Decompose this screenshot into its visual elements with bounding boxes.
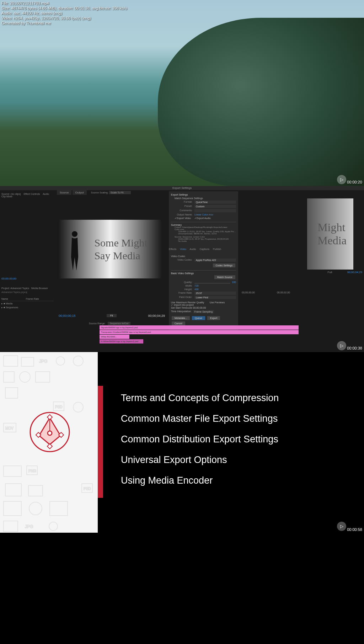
tab-captions[interactable]: Captions bbox=[199, 248, 209, 250]
cancel-button[interactable]: Cancel bbox=[172, 321, 185, 325]
tab-effects[interactable]: Effects bbox=[169, 248, 176, 250]
preset-label: Preset: bbox=[171, 205, 192, 208]
play-icon-3[interactable]: ▷ bbox=[337, 522, 346, 531]
width-input[interactable]: 720 bbox=[194, 284, 199, 287]
track-1[interactable]: Signals/SMSM logo w bg (layered).psd bbox=[100, 325, 299, 330]
bullet-2: Common Master File Export Settings bbox=[121, 408, 279, 429]
pen-tool-icon bbox=[27, 409, 73, 455]
source-timecode: 00;00;00;00 bbox=[1, 277, 16, 280]
export-button[interactable]: Export bbox=[207, 316, 220, 320]
play-icon[interactable]: ▷ bbox=[337, 175, 346, 184]
media-browser-tab[interactable]: Media Browser bbox=[31, 287, 48, 289]
preview-tabs: Source Output Source Scaling: Scale To F… bbox=[57, 190, 131, 195]
videocodec-label: Video Codec: bbox=[171, 259, 192, 262]
summary-source2: 1920x1080 (1.0), 29.97 fps, Progressive,… bbox=[178, 238, 236, 240]
svg-rect-9 bbox=[5, 388, 18, 398]
accent-bar bbox=[98, 386, 103, 498]
project-tab[interactable]: Project: Advanced Topics bbox=[1, 287, 29, 289]
dialog-title: Export Settings bbox=[0, 186, 364, 190]
svg-rect-22 bbox=[4, 501, 21, 516]
timeline-ruler[interactable]: 00;00;00;00 00;00;02;00 bbox=[238, 291, 364, 296]
svg-point-23 bbox=[29, 502, 42, 515]
slide-bullets: Terms and Concepts of Compression Common… bbox=[121, 388, 279, 491]
video-frame-2: Export Settings Source Output Source Sca… bbox=[0, 186, 364, 352]
basic-video-section: Basic Video Settings bbox=[171, 270, 236, 275]
svg-text:PSD: PSD bbox=[55, 405, 63, 409]
height-input[interactable]: 480 bbox=[194, 288, 199, 291]
metadata-button[interactable]: Metadata... bbox=[172, 316, 190, 320]
tab-source[interactable]: Source bbox=[57, 190, 71, 195]
svg-rect-24 bbox=[50, 501, 68, 516]
source-scaling-dropdown[interactable]: Scale To Fit bbox=[109, 191, 130, 194]
track-3[interactable]: White BG/SMS... bbox=[100, 335, 129, 339]
timeinterp-dropdown[interactable]: Frame Sampling bbox=[193, 310, 214, 313]
summary-output1: Output: /Users/jason/Desktop/Pluralsight… bbox=[175, 226, 236, 230]
quality-label: Quality: bbox=[171, 281, 192, 283]
svg-rect-20 bbox=[5, 484, 21, 496]
format-dropdown[interactable]: QuickTime bbox=[194, 201, 236, 204]
col-name[interactable]: Name bbox=[1, 298, 8, 300]
tab-audio[interactable]: Audio bbox=[190, 248, 196, 250]
svg-point-27 bbox=[49, 522, 58, 531]
summary-output3: Uncompressed, 48000 Hz, Stereo, 16 bit bbox=[178, 233, 236, 235]
bullet-1: Terms and Concepts of Compression bbox=[121, 388, 279, 408]
comments-input[interactable] bbox=[194, 209, 236, 212]
timestamp-2: 00:00:38 bbox=[347, 346, 362, 350]
queue-button[interactable]: Queue bbox=[192, 316, 205, 320]
folder-media[interactable]: ▸ ■ Media bbox=[1, 302, 54, 305]
summary-source3: No Audio bbox=[178, 240, 236, 242]
timeline-tracks[interactable]: Signals/SMSM logo w bg (layered).psd Tra… bbox=[100, 325, 299, 350]
quality-value[interactable]: 100 bbox=[232, 281, 236, 283]
fit-dropdown[interactable]: Fit bbox=[107, 314, 117, 317]
maxrender-checkbox[interactable]: Use Maximum Render Quality bbox=[171, 301, 204, 304]
track-4[interactable]: fx White/SMSM logo w bg (layered).psd bbox=[100, 339, 143, 344]
videocodec-dropdown[interactable]: Apple ProRes 422 bbox=[194, 259, 236, 262]
video-frame-1: ▷ 00:00:20 bbox=[0, 0, 364, 186]
tab-effect-controls[interactable]: Effect Controls bbox=[23, 193, 40, 195]
outputname-link[interactable]: Linear Color.mov bbox=[194, 213, 213, 216]
timeinterp-label: Time Interpolation: bbox=[171, 310, 192, 313]
preset-dropdown[interactable]: Custom bbox=[194, 205, 236, 208]
source-range-label: Source Range: bbox=[89, 322, 106, 325]
tab-output[interactable]: Output bbox=[73, 190, 87, 195]
bullet-3: Common Distribution Export Settings bbox=[121, 429, 279, 449]
match-sequence-checkbox[interactable]: Match Sequence Settings bbox=[175, 197, 203, 199]
svg-rect-8 bbox=[36, 372, 50, 382]
source-range-row: Source Range: Sequence In/Out bbox=[89, 322, 130, 325]
svg-rect-6 bbox=[4, 372, 14, 382]
import-project-checkbox[interactable]: ✓ bbox=[171, 304, 174, 306]
video-frame-3: JPG PSD MOV PNG PSD JPG Terms and bbox=[0, 352, 364, 533]
source-range-dropdown[interactable]: Sequence In/Out bbox=[108, 322, 131, 325]
track-2[interactable]: Transparent Gradient/SMSM logo w bg (lay… bbox=[100, 330, 299, 334]
fieldorder-label: Field Order: bbox=[171, 296, 192, 299]
svg-text:JPG: JPG bbox=[39, 359, 47, 364]
folder-sequences[interactable]: ▸ ■ Sequences bbox=[1, 306, 54, 309]
timestamp-1: 00:00:20 bbox=[347, 180, 362, 184]
svg-rect-2 bbox=[21, 357, 34, 366]
program-monitor: Might Media bbox=[307, 198, 353, 270]
tab-video[interactable]: Video bbox=[180, 248, 186, 250]
fieldorder-dropdown[interactable]: Lower First bbox=[194, 296, 236, 299]
slide-sidebar: JPG PSD MOV PNG PSD JPG bbox=[0, 352, 98, 533]
usepreviews-checkbox[interactable]: Use Previews bbox=[209, 301, 225, 304]
col-framerate[interactable]: Frame Rate bbox=[26, 298, 39, 300]
file-metadata-header: File: 20160721211703.mp4 Size: 4874476 b… bbox=[0, 0, 128, 26]
start-tc-checkbox[interactable]: Set Start Timecode bbox=[171, 307, 192, 309]
quality-slider[interactable] bbox=[194, 281, 230, 283]
framerate-dropdown[interactable]: 29.97 bbox=[194, 292, 236, 295]
rock-graphic bbox=[158, 18, 364, 187]
play-icon-2[interactable]: ▷ bbox=[337, 341, 346, 350]
codec-settings-button[interactable]: Codec Settings bbox=[213, 264, 235, 267]
svg-text:MOV: MOV bbox=[5, 426, 14, 430]
project-file: Advanced Topics.prproj bbox=[1, 291, 54, 293]
timeline-timecode-right: 00;00;04;29 bbox=[148, 314, 165, 318]
tab-source-noclips[interactable]: Source: (no clips) bbox=[1, 193, 21, 195]
width-label: Width: bbox=[171, 284, 192, 287]
video-codec-section: Video Codec bbox=[171, 255, 236, 257]
timeline-timecode-left: 00;00;00;15 bbox=[59, 314, 76, 318]
svg-text:PSD: PSD bbox=[84, 487, 91, 491]
tab-publish[interactable]: Publish bbox=[213, 248, 221, 250]
svg-point-5 bbox=[73, 356, 83, 366]
outputname-label: Output Name: bbox=[171, 213, 192, 216]
match-source-button[interactable]: Match Source bbox=[214, 275, 235, 279]
